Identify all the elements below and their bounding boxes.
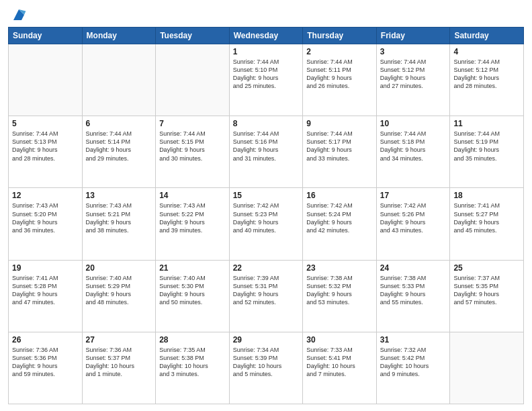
calendar-cell: 28Sunrise: 7:35 AM Sunset: 5:38 PM Dayli… xyxy=(156,332,230,404)
calendar-cell xyxy=(450,332,524,404)
day-number: 24 xyxy=(380,263,447,273)
day-info: Sunrise: 7:40 AM Sunset: 5:30 PM Dayligh… xyxy=(159,274,226,307)
day-info: Sunrise: 7:35 AM Sunset: 5:38 PM Dayligh… xyxy=(159,346,226,379)
day-info: Sunrise: 7:43 AM Sunset: 5:21 PM Dayligh… xyxy=(86,201,152,234)
header xyxy=(8,7,524,23)
day-number: 10 xyxy=(380,119,447,128)
page: SundayMondayTuesdayWednesdayThursdayFrid… xyxy=(0,0,532,411)
day-number: 8 xyxy=(233,119,300,128)
calendar-table: SundayMondayTuesdayWednesdayThursdayFrid… xyxy=(8,27,524,404)
calendar-cell: 12Sunrise: 7:43 AM Sunset: 5:20 PM Dayli… xyxy=(9,188,83,260)
day-number: 21 xyxy=(159,263,226,273)
day-info: Sunrise: 7:43 AM Sunset: 5:22 PM Dayligh… xyxy=(159,201,226,234)
calendar-cell: 20Sunrise: 7:40 AM Sunset: 5:29 PM Dayli… xyxy=(82,260,156,332)
calendar-cell: 31Sunrise: 7:32 AM Sunset: 5:42 PM Dayli… xyxy=(376,332,450,404)
calendar-cell: 13Sunrise: 7:43 AM Sunset: 5:21 PM Dayli… xyxy=(82,188,156,260)
weekday-header-friday: Friday xyxy=(376,28,450,44)
day-number: 27 xyxy=(86,335,152,345)
day-info: Sunrise: 7:40 AM Sunset: 5:29 PM Dayligh… xyxy=(86,274,152,307)
calendar-cell: 2Sunrise: 7:44 AM Sunset: 5:11 PM Daylig… xyxy=(303,44,377,116)
weekday-header-wednesday: Wednesday xyxy=(229,28,303,44)
calendar-week-1: 5Sunrise: 7:44 AM Sunset: 5:13 PM Daylig… xyxy=(9,116,524,188)
day-number: 28 xyxy=(159,335,226,345)
day-number: 15 xyxy=(233,191,300,200)
day-number: 6 xyxy=(86,119,152,128)
day-info: Sunrise: 7:32 AM Sunset: 5:42 PM Dayligh… xyxy=(380,346,447,379)
calendar-cell: 15Sunrise: 7:42 AM Sunset: 5:23 PM Dayli… xyxy=(229,188,303,260)
calendar-cell xyxy=(9,44,83,116)
calendar-cell: 16Sunrise: 7:42 AM Sunset: 5:24 PM Dayli… xyxy=(303,188,377,260)
weekday-header-tuesday: Tuesday xyxy=(156,28,230,44)
calendar-cell xyxy=(156,44,230,116)
calendar-cell: 9Sunrise: 7:44 AM Sunset: 5:17 PM Daylig… xyxy=(303,116,377,188)
day-number: 31 xyxy=(380,335,447,345)
day-info: Sunrise: 7:37 AM Sunset: 5:35 PM Dayligh… xyxy=(453,274,520,307)
day-info: Sunrise: 7:36 AM Sunset: 5:37 PM Dayligh… xyxy=(86,346,152,379)
calendar-cell: 8Sunrise: 7:44 AM Sunset: 5:16 PM Daylig… xyxy=(229,116,303,188)
calendar-week-3: 19Sunrise: 7:41 AM Sunset: 5:28 PM Dayli… xyxy=(9,260,524,332)
calendar-cell: 30Sunrise: 7:33 AM Sunset: 5:41 PM Dayli… xyxy=(303,332,377,404)
day-number: 14 xyxy=(159,191,226,200)
weekday-header-saturday: Saturday xyxy=(450,28,524,44)
day-info: Sunrise: 7:44 AM Sunset: 5:12 PM Dayligh… xyxy=(380,58,447,91)
calendar-cell: 25Sunrise: 7:37 AM Sunset: 5:35 PM Dayli… xyxy=(450,260,524,332)
day-info: Sunrise: 7:41 AM Sunset: 5:27 PM Dayligh… xyxy=(453,201,520,234)
calendar-cell: 21Sunrise: 7:40 AM Sunset: 5:30 PM Dayli… xyxy=(156,260,230,332)
weekday-header-row: SundayMondayTuesdayWednesdayThursdayFrid… xyxy=(9,28,524,44)
day-number: 19 xyxy=(12,263,79,273)
day-info: Sunrise: 7:42 AM Sunset: 5:24 PM Dayligh… xyxy=(306,201,373,234)
day-info: Sunrise: 7:39 AM Sunset: 5:31 PM Dayligh… xyxy=(233,274,300,307)
calendar-cell: 10Sunrise: 7:44 AM Sunset: 5:18 PM Dayli… xyxy=(376,116,450,188)
day-number: 1 xyxy=(233,47,300,56)
day-number: 17 xyxy=(380,191,447,200)
day-info: Sunrise: 7:36 AM Sunset: 5:36 PM Dayligh… xyxy=(12,346,79,379)
day-number: 26 xyxy=(12,335,79,345)
day-number: 9 xyxy=(306,119,373,128)
day-number: 22 xyxy=(233,263,300,273)
day-info: Sunrise: 7:38 AM Sunset: 5:33 PM Dayligh… xyxy=(380,274,447,307)
day-info: Sunrise: 7:44 AM Sunset: 5:12 PM Dayligh… xyxy=(453,58,520,91)
day-info: Sunrise: 7:38 AM Sunset: 5:32 PM Dayligh… xyxy=(306,274,373,307)
day-number: 25 xyxy=(453,263,520,273)
calendar-cell: 19Sunrise: 7:41 AM Sunset: 5:28 PM Dayli… xyxy=(9,260,83,332)
day-info: Sunrise: 7:44 AM Sunset: 5:16 PM Dayligh… xyxy=(233,130,300,163)
day-info: Sunrise: 7:44 AM Sunset: 5:17 PM Dayligh… xyxy=(306,130,373,163)
day-info: Sunrise: 7:42 AM Sunset: 5:23 PM Dayligh… xyxy=(233,201,300,234)
day-number: 7 xyxy=(159,119,226,128)
calendar-cell: 27Sunrise: 7:36 AM Sunset: 5:37 PM Dayli… xyxy=(82,332,156,404)
calendar-cell: 14Sunrise: 7:43 AM Sunset: 5:22 PM Dayli… xyxy=(156,188,230,260)
weekday-header-thursday: Thursday xyxy=(303,28,377,44)
logo-icon xyxy=(11,7,27,23)
day-number: 13 xyxy=(86,191,152,200)
calendar-cell: 29Sunrise: 7:34 AM Sunset: 5:39 PM Dayli… xyxy=(229,332,303,404)
day-info: Sunrise: 7:44 AM Sunset: 5:11 PM Dayligh… xyxy=(306,58,373,91)
day-info: Sunrise: 7:42 AM Sunset: 5:26 PM Dayligh… xyxy=(380,201,447,234)
calendar-cell: 5Sunrise: 7:44 AM Sunset: 5:13 PM Daylig… xyxy=(9,116,83,188)
logo xyxy=(8,7,27,23)
calendar-cell: 3Sunrise: 7:44 AM Sunset: 5:12 PM Daylig… xyxy=(376,44,450,116)
day-info: Sunrise: 7:44 AM Sunset: 5:15 PM Dayligh… xyxy=(159,130,226,163)
day-number: 11 xyxy=(453,119,520,128)
calendar-cell: 7Sunrise: 7:44 AM Sunset: 5:15 PM Daylig… xyxy=(156,116,230,188)
day-number: 12 xyxy=(12,191,79,200)
calendar-week-0: 1Sunrise: 7:44 AM Sunset: 5:10 PM Daylig… xyxy=(9,44,524,116)
day-info: Sunrise: 7:43 AM Sunset: 5:20 PM Dayligh… xyxy=(12,201,79,234)
day-number: 16 xyxy=(306,191,373,200)
day-number: 2 xyxy=(306,47,373,56)
day-number: 3 xyxy=(380,47,447,56)
day-info: Sunrise: 7:33 AM Sunset: 5:41 PM Dayligh… xyxy=(306,346,373,379)
day-number: 18 xyxy=(453,191,520,200)
weekday-header-monday: Monday xyxy=(82,28,156,44)
day-info: Sunrise: 7:44 AM Sunset: 5:18 PM Dayligh… xyxy=(380,130,447,163)
day-number: 5 xyxy=(12,119,79,128)
calendar-week-4: 26Sunrise: 7:36 AM Sunset: 5:36 PM Dayli… xyxy=(9,332,524,404)
calendar-cell: 18Sunrise: 7:41 AM Sunset: 5:27 PM Dayli… xyxy=(450,188,524,260)
day-number: 23 xyxy=(306,263,373,273)
day-info: Sunrise: 7:44 AM Sunset: 5:14 PM Dayligh… xyxy=(86,130,152,163)
calendar-cell: 22Sunrise: 7:39 AM Sunset: 5:31 PM Dayli… xyxy=(229,260,303,332)
day-info: Sunrise: 7:34 AM Sunset: 5:39 PM Dayligh… xyxy=(233,346,300,379)
calendar-cell: 17Sunrise: 7:42 AM Sunset: 5:26 PM Dayli… xyxy=(376,188,450,260)
day-number: 30 xyxy=(306,335,373,345)
calendar-cell: 11Sunrise: 7:44 AM Sunset: 5:19 PM Dayli… xyxy=(450,116,524,188)
calendar-cell: 1Sunrise: 7:44 AM Sunset: 5:10 PM Daylig… xyxy=(229,44,303,116)
